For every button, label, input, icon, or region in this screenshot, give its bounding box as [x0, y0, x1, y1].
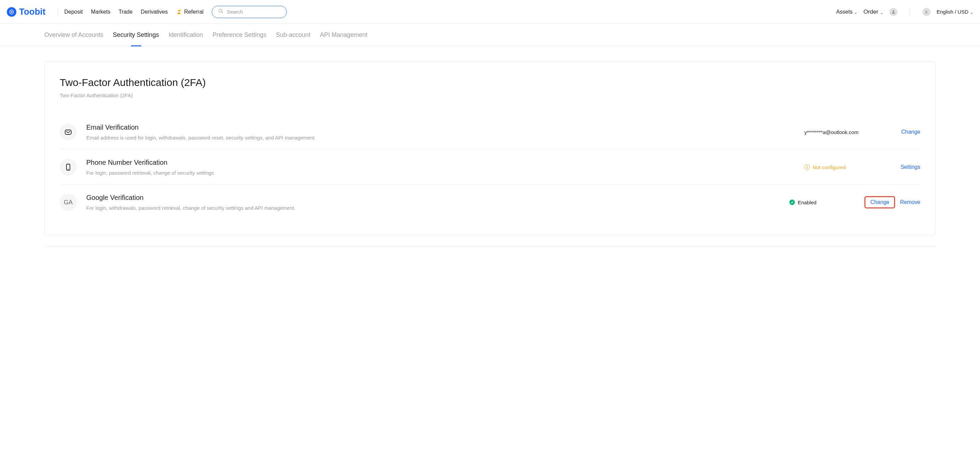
- header-right: Assets Order English / USD: [836, 8, 973, 16]
- search-icon: [218, 8, 223, 15]
- check-icon: [789, 199, 795, 205]
- tab-preference[interactable]: Preference Settings: [212, 24, 266, 46]
- svg-point-3: [219, 9, 222, 12]
- card-subtitle: Two-Factor Authentication (2FA): [60, 93, 920, 98]
- divider: [910, 8, 910, 16]
- svg-point-2: [180, 9, 181, 11]
- tab-api[interactable]: API Management: [320, 24, 367, 46]
- nav-links: Deposit Markets Trade Derivatives Referr…: [64, 9, 203, 15]
- warning-icon: i: [804, 164, 810, 170]
- svg-point-1: [178, 10, 180, 11]
- card-title: Two-Factor Authentication (2FA): [60, 77, 920, 88]
- two-factor-card: Two-Factor Authentication (2FA) Two-Fact…: [45, 61, 935, 235]
- svg-point-0: [11, 11, 13, 13]
- nav-trade[interactable]: Trade: [119, 9, 133, 15]
- assets-dropdown[interactable]: Assets: [836, 9, 857, 15]
- phone-status: i Not configured: [804, 164, 866, 170]
- lang-currency-dropdown[interactable]: English / USD: [937, 9, 973, 15]
- assets-label: Assets: [836, 9, 853, 15]
- phone-status-text: Not configured: [813, 164, 846, 170]
- next-card-partial: [45, 246, 935, 248]
- search-input[interactable]: [227, 9, 291, 15]
- order-label: Order: [863, 8, 878, 15]
- logo-icon: [7, 7, 16, 17]
- email-info: Email Verification Email address is used…: [86, 123, 804, 140]
- phone-actions: Settings: [880, 164, 920, 170]
- tabs: Overview of Accounts Security Settings I…: [45, 24, 935, 46]
- referral-label: Referral: [184, 9, 204, 15]
- chevron-down-icon: [970, 10, 973, 13]
- tab-identification[interactable]: Identification: [169, 24, 203, 46]
- email-desc: Email address is used for login, withdra…: [86, 135, 804, 140]
- order-dropdown[interactable]: Order: [863, 8, 883, 15]
- svg-point-5: [892, 10, 894, 12]
- google-info: Google Verification For login, withdrawa…: [86, 194, 789, 211]
- referral-icon: [176, 9, 182, 15]
- email-actions: Change: [880, 129, 920, 135]
- chevron-down-icon: [854, 10, 857, 13]
- google-change-highlight: Change: [864, 196, 895, 209]
- google-verification-row: GA Google Verification For login, withdr…: [60, 185, 920, 220]
- logo[interactable]: Toobit: [7, 6, 45, 17]
- logo-text: Toobit: [19, 6, 45, 17]
- nav-markets[interactable]: Markets: [91, 9, 110, 15]
- google-status: Enabled: [789, 199, 851, 205]
- svg-rect-6: [65, 130, 71, 134]
- email-title: Email Verification: [86, 123, 804, 131]
- google-title: Google Verification: [86, 194, 789, 202]
- ga-text: GA: [64, 199, 73, 206]
- google-desc: For login, withdrawals, password retriev…: [86, 205, 789, 211]
- email-change-link[interactable]: Change: [901, 129, 920, 135]
- avatar[interactable]: [889, 8, 897, 16]
- email-icon: [60, 123, 77, 140]
- email-status: y********a@outlook.com: [804, 129, 866, 135]
- tab-security[interactable]: Security Settings: [113, 24, 159, 46]
- nav-referral[interactable]: Referral: [176, 9, 204, 15]
- search-box[interactable]: [212, 6, 287, 18]
- lang-currency-label: English / USD: [937, 9, 969, 15]
- google-change-link[interactable]: Change: [870, 199, 889, 205]
- google-status-text: Enabled: [797, 199, 816, 205]
- tabs-bar: Overview of Accounts Security Settings I…: [0, 24, 980, 46]
- email-verification-row: Email Verification Email address is used…: [60, 115, 920, 150]
- google-auth-icon: GA: [60, 194, 77, 211]
- phone-info: Phone Number Verification For login, pas…: [86, 159, 804, 175]
- phone-settings-link[interactable]: Settings: [900, 164, 920, 170]
- header: Toobit Deposit Markets Trade Derivatives…: [0, 0, 980, 24]
- phone-desc: For login, password retrieval, change of…: [86, 170, 804, 175]
- divider: [57, 8, 58, 16]
- tab-overview[interactable]: Overview of Accounts: [45, 24, 103, 46]
- google-actions: Change Remove: [864, 196, 920, 209]
- svg-line-4: [221, 11, 223, 13]
- content: Two-Factor Authentication (2FA) Two-Fact…: [0, 46, 980, 274]
- tab-subaccount[interactable]: Sub-account: [276, 24, 310, 46]
- email-value: y********a@outlook.com: [804, 129, 859, 135]
- chevron-down-icon: [880, 10, 883, 13]
- google-remove-link[interactable]: Remove: [900, 199, 920, 205]
- nav-deposit[interactable]: Deposit: [64, 9, 83, 15]
- phone-title: Phone Number Verification: [86, 159, 804, 166]
- download-button[interactable]: [923, 8, 931, 16]
- nav-derivatives[interactable]: Derivatives: [141, 9, 168, 15]
- phone-icon: [60, 159, 77, 175]
- phone-verification-row: Phone Number Verification For login, pas…: [60, 150, 920, 185]
